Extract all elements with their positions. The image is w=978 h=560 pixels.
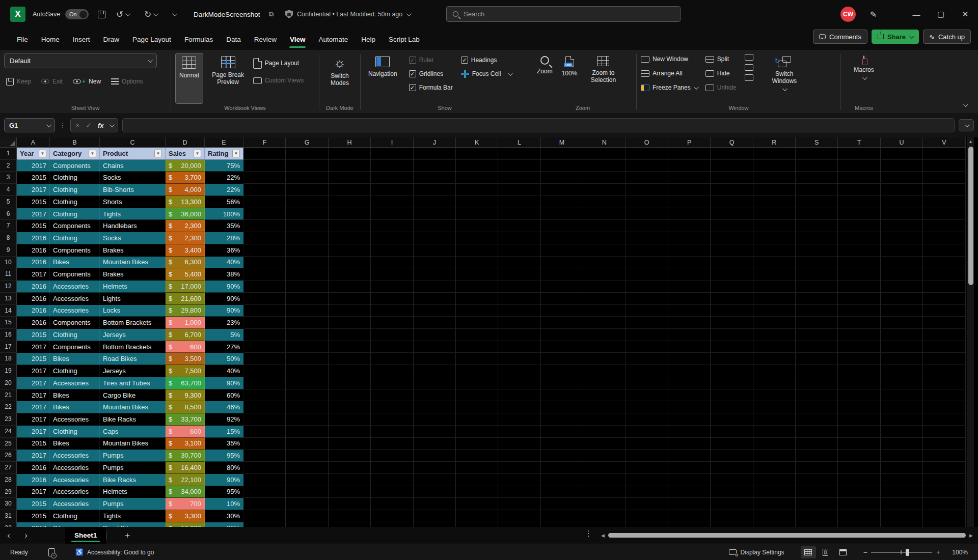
add-sheet-button[interactable]: + bbox=[125, 530, 130, 541]
next-sheet-button[interactable]: › bbox=[17, 530, 35, 541]
cell-P31[interactable] bbox=[668, 510, 711, 522]
cell-V32[interactable] bbox=[923, 522, 965, 527]
cell-C8[interactable]: Socks bbox=[100, 232, 166, 244]
sheet-view-dropdown[interactable]: Default bbox=[4, 53, 157, 68]
scroll-left-arrow[interactable]: ◀ bbox=[601, 533, 607, 538]
cell-P23[interactable] bbox=[668, 413, 711, 426]
cell-F21[interactable] bbox=[243, 389, 286, 402]
cell-E13[interactable]: 90% bbox=[205, 293, 243, 305]
cell-U6[interactable] bbox=[881, 208, 923, 220]
column-header-Q[interactable]: Q bbox=[711, 137, 753, 148]
cell-T32[interactable] bbox=[838, 522, 880, 527]
row-header-2[interactable]: 2 bbox=[0, 160, 17, 172]
cell-A14[interactable]: 2016 bbox=[17, 305, 50, 317]
cell-O9[interactable] bbox=[626, 244, 668, 257]
cell-U18[interactable] bbox=[881, 353, 923, 365]
cell-V12[interactable] bbox=[923, 281, 965, 293]
cell-F12[interactable] bbox=[243, 281, 286, 293]
cell-M28[interactable] bbox=[541, 474, 583, 486]
column-header-R[interactable]: R bbox=[753, 137, 796, 148]
cell-F30[interactable] bbox=[243, 498, 286, 510]
cell-J23[interactable] bbox=[414, 413, 456, 426]
cell-K3[interactable] bbox=[456, 172, 498, 184]
cell-G20[interactable] bbox=[286, 377, 328, 389]
cell-C22[interactable]: Mountain Bikes bbox=[100, 401, 166, 413]
cell-Q27[interactable] bbox=[711, 462, 753, 474]
column-header-C[interactable]: C bbox=[100, 137, 166, 148]
cell-K31[interactable] bbox=[456, 510, 498, 522]
cell-T16[interactable] bbox=[838, 329, 880, 341]
cell-V19[interactable] bbox=[923, 365, 965, 377]
unhide-button[interactable]: Unhide bbox=[705, 81, 737, 94]
cell-G3[interactable] bbox=[286, 172, 328, 184]
tab-script-lab[interactable]: Script Lab bbox=[382, 29, 426, 50]
cell-F22[interactable] bbox=[243, 401, 286, 413]
column-header-B[interactable]: B bbox=[50, 137, 100, 148]
cell-V28[interactable] bbox=[923, 474, 965, 486]
cell-A3[interactable]: 2015 bbox=[17, 172, 50, 184]
cell-E4[interactable]: 22% bbox=[205, 184, 243, 196]
cell-D10[interactable]: $6,300 bbox=[166, 257, 205, 269]
cell-Q20[interactable] bbox=[711, 377, 753, 389]
cell-N30[interactable] bbox=[583, 498, 626, 510]
cell-A7[interactable]: 2015 bbox=[17, 220, 50, 232]
cell-L19[interactable] bbox=[498, 365, 540, 377]
cell-C21[interactable]: Cargo Bike bbox=[100, 389, 166, 402]
cell-A27[interactable]: 2016 bbox=[17, 462, 50, 474]
cell-V17[interactable] bbox=[923, 341, 965, 353]
cell-U30[interactable] bbox=[881, 498, 923, 510]
cell-I6[interactable] bbox=[371, 208, 413, 220]
cell-V20[interactable] bbox=[923, 377, 965, 389]
cell-R29[interactable] bbox=[753, 486, 796, 498]
cell-U13[interactable] bbox=[881, 293, 923, 305]
cell-B20[interactable]: Accessories bbox=[50, 377, 100, 389]
cell-H29[interactable] bbox=[329, 486, 371, 498]
cell-D21[interactable]: $9,300 bbox=[166, 389, 205, 402]
row-header-13[interactable]: 13 bbox=[0, 293, 17, 305]
cell-K15[interactable] bbox=[456, 317, 498, 329]
cell-C18[interactable]: Road Bikes bbox=[100, 353, 166, 365]
cell-J14[interactable] bbox=[414, 305, 456, 317]
cell-J26[interactable] bbox=[414, 450, 456, 462]
cell-F5[interactable] bbox=[243, 196, 286, 208]
cell-M15[interactable] bbox=[541, 317, 583, 329]
cell-E23[interactable]: 92% bbox=[205, 413, 243, 426]
cell-G22[interactable] bbox=[286, 401, 328, 413]
cell-L18[interactable] bbox=[498, 353, 540, 365]
table-header-year[interactable]: Year▼ bbox=[17, 148, 50, 160]
cell-O29[interactable] bbox=[626, 486, 668, 498]
collapse-ribbon-chevron[interactable] bbox=[963, 100, 967, 109]
cell-T8[interactable] bbox=[838, 232, 880, 244]
cell-J27[interactable] bbox=[414, 462, 456, 474]
cell-R24[interactable] bbox=[753, 426, 796, 438]
cell-R12[interactable] bbox=[753, 281, 796, 293]
cell-P5[interactable] bbox=[668, 196, 711, 208]
cell-J28[interactable] bbox=[414, 474, 456, 486]
cell-E20[interactable]: 90% bbox=[205, 377, 243, 389]
cell-C23[interactable]: Bike Racks bbox=[100, 413, 166, 426]
cell-A19[interactable]: 2017 bbox=[17, 365, 50, 377]
cell-P8[interactable] bbox=[668, 232, 711, 244]
cell-B17[interactable]: Components bbox=[50, 341, 100, 353]
cell-V25[interactable] bbox=[923, 438, 965, 450]
cell-D23[interactable]: $33,700 bbox=[166, 413, 205, 426]
cell-D15[interactable]: $1,000 bbox=[166, 317, 205, 329]
avatar[interactable]: CW bbox=[840, 0, 856, 29]
cell-D20[interactable]: $63,700 bbox=[166, 377, 205, 389]
cell-L12[interactable] bbox=[498, 281, 540, 293]
cell-N14[interactable] bbox=[583, 305, 626, 317]
cell-M22[interactable] bbox=[541, 401, 583, 413]
cell-I22[interactable] bbox=[371, 401, 413, 413]
cell-D9[interactable]: $3,400 bbox=[166, 244, 205, 257]
cell-U1[interactable] bbox=[881, 148, 923, 160]
cell-U5[interactable] bbox=[881, 196, 923, 208]
cell-N2[interactable] bbox=[583, 160, 626, 172]
cell-I11[interactable] bbox=[371, 268, 413, 281]
cell-O16[interactable] bbox=[626, 329, 668, 341]
cell-O31[interactable] bbox=[626, 510, 668, 522]
cell-R21[interactable] bbox=[753, 389, 796, 402]
cell-M20[interactable] bbox=[541, 377, 583, 389]
row-header-32[interactable]: 32 bbox=[0, 522, 17, 527]
cell-P7[interactable] bbox=[668, 220, 711, 232]
cell-R14[interactable] bbox=[753, 305, 796, 317]
